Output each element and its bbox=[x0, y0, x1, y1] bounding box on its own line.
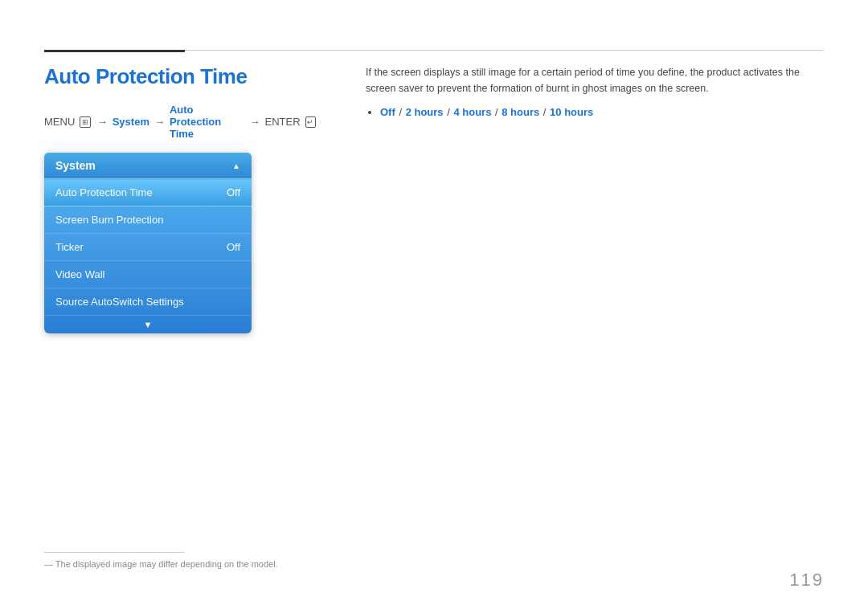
description-area: If the screen displays a still image for… bbox=[366, 64, 824, 118]
menu-item-screen-burn[interactable]: Screen Burn Protection bbox=[44, 206, 252, 234]
description-text: If the screen displays a still image for… bbox=[366, 64, 824, 96]
menu-icon: ⊞ bbox=[80, 116, 90, 128]
menu-path: MENU ⊞ → System → Auto Protection Time →… bbox=[44, 104, 317, 140]
sep4: / bbox=[540, 106, 549, 118]
arrow2: → bbox=[154, 116, 165, 128]
main-content: Auto Protection Time MENU ⊞ → System → A… bbox=[44, 64, 824, 569]
option-off: Off bbox=[380, 106, 395, 118]
arrow1: → bbox=[97, 116, 108, 128]
apt-label: Auto Protection Time bbox=[170, 104, 245, 140]
system-header-arrow-up: ▲ bbox=[232, 161, 240, 170]
bottom-note: ― The displayed image may differ dependi… bbox=[44, 559, 278, 569]
menu-item-auto-protection[interactable]: Auto Protection Time Off bbox=[44, 179, 252, 206]
option-2hours: 2 hours bbox=[406, 106, 444, 118]
system-panel: System ▲ Auto Protection Time Off Screen… bbox=[44, 153, 252, 333]
option-8hours: 8 hours bbox=[502, 106, 539, 118]
option-4hours: 4 hours bbox=[453, 106, 491, 118]
left-section: Auto Protection Time MENU ⊞ → System → A… bbox=[44, 64, 317, 333]
option-10hours: 10 hours bbox=[550, 106, 593, 118]
top-accent-line bbox=[44, 50, 185, 52]
options-list: Off / 2 hours / 4 hours / 8 hours / 10 h… bbox=[366, 106, 824, 118]
menu-item-value-2: Off bbox=[227, 241, 240, 253]
menu-item-source-autoswitch[interactable]: Source AutoSwitch Settings bbox=[44, 288, 252, 316]
menu-item-ticker[interactable]: Ticker Off bbox=[44, 234, 252, 261]
panel-scroll-down[interactable]: ▼ bbox=[44, 316, 252, 333]
sep2: / bbox=[444, 106, 453, 118]
enter-icon: ↵ bbox=[305, 116, 316, 128]
options-item: Off / 2 hours / 4 hours / 8 hours / 10 h… bbox=[380, 106, 824, 118]
menu-item-label-0: Auto Protection Time bbox=[55, 186, 153, 198]
menu-label: MENU bbox=[44, 116, 75, 128]
bottom-divider bbox=[44, 552, 185, 553]
system-header: System ▲ bbox=[44, 153, 252, 179]
arrow3: → bbox=[250, 116, 260, 128]
sep3: / bbox=[492, 106, 501, 118]
menu-item-label-2: Ticker bbox=[55, 241, 84, 253]
page-number: 119 bbox=[789, 570, 824, 591]
menu-item-label-4: Source AutoSwitch Settings bbox=[55, 296, 184, 308]
menu-item-value-0: Off bbox=[227, 186, 240, 198]
system-label: System bbox=[113, 116, 149, 128]
menu-item-label-3: Video Wall bbox=[55, 268, 104, 280]
page-title: Auto Protection Time bbox=[44, 64, 317, 89]
enter-label: ENTER bbox=[265, 116, 301, 128]
system-header-title: System bbox=[55, 159, 96, 172]
menu-item-label-1: Screen Burn Protection bbox=[55, 214, 163, 226]
menu-item-video-wall[interactable]: Video Wall bbox=[44, 261, 252, 288]
sep1: / bbox=[396, 106, 405, 118]
